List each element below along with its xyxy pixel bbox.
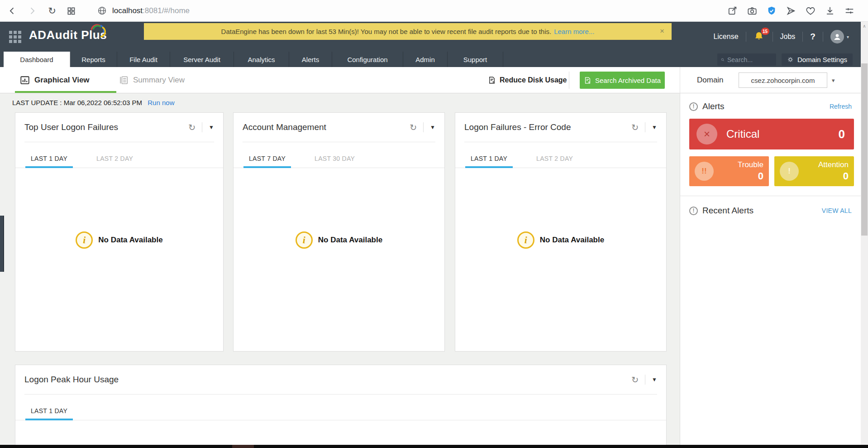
period-tab-last-7-day[interactable]: LAST 7 DAY	[243, 155, 291, 168]
global-search[interactable]	[717, 53, 776, 66]
critical-count: 0	[839, 127, 845, 141]
favorites-heart-icon[interactable]	[805, 5, 816, 17]
banner-learn-more-link[interactable]: Learn more...	[554, 28, 594, 35]
tab-dashboard[interactable]: Dashboard	[4, 52, 70, 67]
tab-reports[interactable]: Reports	[70, 52, 117, 67]
tab-support[interactable]: Support	[448, 52, 503, 67]
help-link[interactable]: ?	[810, 32, 816, 42]
actions-separator	[202, 122, 202, 132]
scrollbar-up-arrow[interactable]: ∧	[861, 24, 868, 29]
domain-select[interactable]: csez.zohocorpin.com	[739, 72, 827, 88]
alerts-sidebar: ! Alerts Refresh × Critical 0 !! Trouble…	[680, 93, 861, 445]
app-launcher-grid-icon[interactable]	[9, 31, 21, 43]
period-tab-last-2-day[interactable]: LAST 2 DAY	[531, 155, 578, 168]
tab-file-audit[interactable]: File Audit	[117, 52, 170, 67]
browser-tabs-grid-icon[interactable]	[65, 5, 77, 17]
widget-logon-failures-error-code: Logon Failures - Error Code ↻ ▼ LAST 1 D…	[455, 112, 667, 352]
protect-shield-icon[interactable]	[766, 5, 777, 17]
actions-separator	[645, 122, 645, 132]
alert-circle-icon: !	[689, 207, 698, 215]
notifications-bell-icon[interactable]: 15	[754, 31, 765, 43]
alerts-header: ! Alerts Refresh	[689, 101, 852, 111]
tune-settings-icon[interactable]	[844, 5, 855, 17]
domain-label: Domain	[697, 67, 724, 93]
collapsed-panel-handle[interactable]	[0, 216, 4, 272]
share-edit-icon[interactable]	[727, 5, 739, 17]
banner-close-icon[interactable]: ×	[660, 27, 664, 36]
actions-separator	[423, 122, 424, 132]
domain-settings-label: Domain Settings	[797, 56, 847, 63]
page-scrollbar[interactable]: ∧	[861, 22, 868, 445]
no-data-text: No Data Available	[318, 236, 382, 245]
taskbar-accent	[232, 445, 254, 448]
refresh-icon[interactable]: ↻	[631, 375, 639, 385]
download-icon[interactable]	[824, 5, 836, 17]
header-separator	[802, 32, 803, 42]
critical-alerts-box[interactable]: × Critical 0	[689, 119, 854, 149]
browser-back-icon[interactable]	[6, 5, 18, 17]
camera-screenshot-icon[interactable]	[746, 5, 758, 17]
graphical-view-label: Graphical View	[34, 76, 90, 85]
period-tab-last-30-day[interactable]: LAST 30 DAY	[309, 155, 360, 168]
url-path: :8081/#/home	[143, 6, 190, 15]
attention-exclamation-icon: !	[780, 162, 799, 181]
scrollbar-thumb[interactable]	[861, 63, 868, 236]
info-icon: i	[76, 231, 93, 249]
widget-logon-peak-hour-usage: Logon Peak Hour Usage ↻ ▼ LAST 1 DAY	[15, 365, 667, 448]
toolbar-separator	[569, 72, 569, 89]
attention-alerts-box[interactable]: ! Attention 0	[774, 156, 854, 186]
reduce-disk-usage-button[interactable]: Reduce Disk Usage	[488, 67, 567, 93]
banner-text: DataEngine has been down for last 53 Min…	[221, 28, 552, 35]
tab-admin[interactable]: Admin	[403, 52, 448, 67]
chevron-down-icon[interactable]: ▼	[209, 124, 214, 130]
domain-settings-button[interactable]: Domain Settings	[782, 53, 853, 66]
address-bar[interactable]: localhost:8081/#/home	[112, 6, 190, 15]
jobs-link[interactable]: Jobs	[780, 33, 796, 41]
tab-server-audit[interactable]: Server Audit	[170, 52, 234, 67]
refresh-icon[interactable]: ↻	[410, 122, 417, 133]
send-plane-icon[interactable]	[785, 5, 797, 17]
last-update-status: LAST UPDATE : Mar 06,2022 06:52:03 PM Ru…	[12, 99, 174, 106]
info-icon: i	[296, 231, 313, 249]
gear-icon	[787, 56, 794, 63]
browser-reload-icon[interactable]: ↻	[46, 5, 58, 17]
tab-alerts[interactable]: Alerts	[289, 52, 332, 67]
period-tab-last-1-day[interactable]: LAST 1 DAY	[25, 155, 73, 168]
search-input[interactable]	[727, 56, 773, 63]
browser-forward-icon[interactable]	[26, 5, 38, 17]
chevron-down-icon[interactable]: ▼	[652, 376, 657, 383]
search-archived-data-button[interactable]: Search Archived Data	[580, 72, 665, 89]
trouble-alerts-box[interactable]: !! Trouble 0	[689, 156, 769, 186]
summary-view-label: Summary View	[133, 76, 185, 85]
url-host: localhost	[112, 6, 143, 15]
card-divider	[24, 142, 214, 142]
period-tab-last-1-day[interactable]: LAST 1 DAY	[465, 155, 513, 168]
sidebar-divider	[680, 196, 861, 196]
app-header: ADAudit Plus DataEngine has been down fo…	[0, 22, 868, 52]
widget-account-management: Account Management ↻ ▼ LAST 7 DAY LAST 3…	[233, 112, 445, 352]
tab-configuration[interactable]: Configuration	[332, 52, 403, 67]
domain-select-chevron-icon[interactable]: ▾	[832, 72, 835, 88]
license-link[interactable]: License	[713, 33, 738, 41]
user-avatar[interactable]	[830, 30, 844, 43]
refresh-icon[interactable]: ↻	[631, 122, 639, 133]
view-all-link[interactable]: VIEW ALL	[822, 207, 852, 214]
tab-summary-view[interactable]: Summary View	[119, 67, 185, 93]
chevron-down-icon[interactable]: ▼	[430, 124, 435, 130]
alerts-refresh-link[interactable]: Refresh	[830, 103, 852, 110]
run-now-link[interactable]: Run now	[148, 99, 174, 106]
chevron-down-icon[interactable]: ▼	[652, 124, 657, 130]
refresh-icon[interactable]: ↻	[188, 122, 196, 133]
attention-count: 0	[843, 170, 849, 182]
avatar-chevron-down-icon[interactable]: ▾	[847, 34, 849, 39]
alert-circle-icon: !	[689, 102, 698, 111]
trouble-label: Trouble	[738, 160, 763, 169]
card-divider	[24, 394, 657, 395]
period-tab-last-1-day[interactable]: LAST 1 DAY	[25, 407, 73, 420]
header-separator	[773, 32, 773, 42]
tab-graphical-view[interactable]: Graphical View	[20, 67, 90, 93]
tab-analytics[interactable]: Analytics	[234, 52, 289, 67]
toolbar-vertical-divider	[680, 67, 680, 93]
period-tab-last-2-day[interactable]: LAST 2 DAY	[91, 155, 138, 168]
widget-title: Logon Failures - Error Code	[464, 122, 631, 132]
